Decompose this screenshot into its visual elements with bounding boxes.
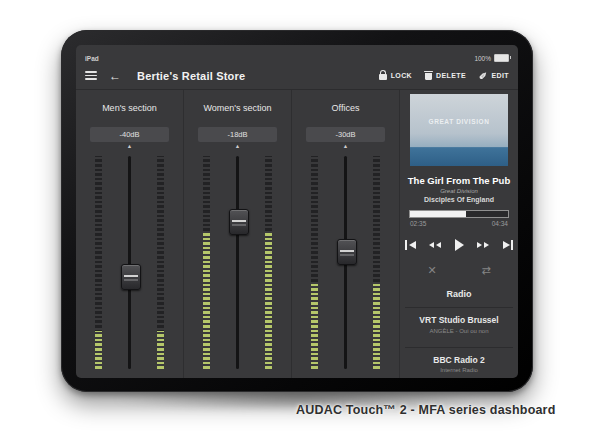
zone-mens-section: Men's section -40dB ▲ (76, 90, 183, 378)
fast-forward-icon (477, 242, 482, 248)
repeat-button[interactable]: ⇄ (481, 264, 490, 276)
fast-forward-icon (484, 242, 489, 248)
fader-area (184, 152, 291, 373)
player-panel: GREAT DIVISION The Girl From The Pub Gre… (399, 90, 518, 378)
radio-item-bbc[interactable]: BBC Radio 2 Internet Radio (405, 347, 513, 379)
track-artist: Great Division (440, 188, 478, 194)
prev-bar-icon (405, 240, 407, 250)
menu-icon[interactable] (85, 71, 97, 80)
page-title: Bertie's Retail Store (137, 70, 245, 82)
fader-area (292, 152, 399, 373)
fader-track[interactable] (128, 156, 131, 369)
fast-forward-button[interactable] (477, 237, 489, 253)
trash-icon (425, 73, 432, 81)
status-bar: iPad 100% (76, 45, 518, 62)
shuffle-icon: ✕ (427, 264, 436, 276)
rewind-icon (429, 242, 434, 248)
product-caption: AUDAC Touch™ 2 - MFA series dashboard (296, 403, 556, 417)
play-button[interactable] (455, 237, 464, 253)
vu-meter-left (203, 156, 210, 369)
vu-meter-left (311, 156, 318, 369)
album-art-text: GREAT DIVISION (428, 118, 489, 125)
battery-percent: 100% (474, 55, 491, 62)
time-row: 02:35 04:34 (410, 220, 508, 227)
fader-handle[interactable] (337, 239, 357, 265)
play-icon (455, 239, 464, 251)
transport-controls (402, 237, 516, 253)
app-header: ← Bertie's Retail Store LOCK DELETE ✎ ED… (76, 62, 518, 89)
zone-offices: Offices -30dB ▲ (291, 90, 399, 378)
lock-icon (379, 74, 387, 80)
vu-meter-right (157, 156, 164, 369)
lock-label: LOCK (391, 72, 412, 79)
elapsed-time: 02:35 (410, 220, 426, 227)
radio-subtitle: ANGÈLE - Oui ou non (405, 328, 513, 334)
radio-title: VRT Studio Brussel (405, 315, 513, 325)
battery-icon (494, 54, 509, 62)
zone-womens-section: Women's section -18dB ▲ (183, 90, 291, 378)
edit-button[interactable]: ✎ EDIT (479, 71, 509, 80)
vu-meter-left (95, 156, 102, 369)
next-button[interactable] (503, 237, 514, 253)
lock-button[interactable]: LOCK (379, 71, 412, 80)
app-screen: iPad 100% ← Bertie's Retail Store LOCK (76, 45, 518, 378)
dashboard-body: Men's section -40dB ▲ Women's section -1… (76, 89, 518, 378)
delete-button[interactable]: DELETE (425, 71, 466, 81)
radio-item-vrt[interactable]: VRT Studio Brussel ANGÈLE - Oui ou non (405, 307, 513, 339)
delete-label: DELETE (436, 72, 466, 79)
battery-status: 100% (474, 54, 509, 62)
caret-up-icon: ▲ (235, 143, 240, 150)
track-title: The Girl From The Pub (408, 175, 510, 186)
back-button[interactable]: ← (109, 70, 121, 82)
pencil-icon: ✎ (479, 71, 487, 80)
progress-bar[interactable] (409, 210, 509, 218)
vu-meter-right (265, 156, 272, 369)
progress-fill (410, 211, 466, 217)
device-label: iPad (85, 55, 99, 62)
radio-subtitle: Internet Radio (405, 367, 513, 373)
radio-section-header: Radio (446, 289, 471, 299)
previous-button[interactable] (405, 237, 416, 253)
playback-modes: ✕ ⇄ (405, 264, 513, 276)
next-bar-icon (511, 240, 513, 250)
vu-meter-right (373, 156, 380, 369)
prev-triangle-icon (409, 241, 416, 249)
next-triangle-icon (503, 241, 510, 249)
shuffle-button[interactable]: ✕ (427, 264, 436, 276)
rewind-button[interactable] (429, 237, 441, 253)
total-time: 04:34 (492, 220, 508, 227)
product-shot: iPad 100% ← Bertie's Retail Store LOCK (0, 0, 600, 439)
fader-area (76, 152, 183, 373)
track-album: Disciples Of England (424, 196, 494, 203)
fader-handle[interactable] (229, 209, 249, 235)
repeat-icon: ⇄ (481, 264, 490, 276)
db-value[interactable]: -18dB (198, 127, 277, 142)
header-actions: LOCK DELETE ✎ EDIT (379, 71, 509, 81)
zone-title: Women's section (203, 103, 271, 113)
caret-up-icon: ▲ (127, 143, 132, 150)
caret-up-icon: ▲ (343, 143, 348, 150)
fader-handle[interactable] (121, 264, 141, 290)
fader-zones: Men's section -40dB ▲ Women's section -1… (76, 90, 399, 378)
fader-track[interactable] (236, 156, 239, 369)
album-art: GREAT DIVISION (410, 94, 508, 166)
db-value[interactable]: -30dB (306, 127, 385, 142)
edit-label: EDIT (491, 72, 509, 79)
db-value[interactable]: -40dB (90, 127, 169, 142)
zone-title: Offices (332, 103, 360, 113)
rewind-icon (436, 242, 441, 248)
zone-title: Men's section (102, 103, 157, 113)
radio-title: BBC Radio 2 (405, 355, 513, 365)
ipad-device: iPad 100% ← Bertie's Retail Store LOCK (61, 30, 533, 392)
